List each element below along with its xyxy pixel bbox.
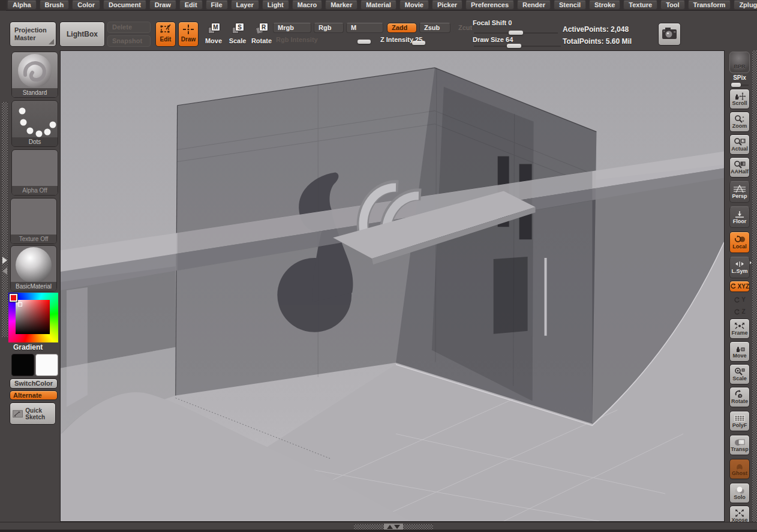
ghost-icon bbox=[734, 462, 746, 470]
edit-label: Edit bbox=[156, 36, 175, 43]
rgb-intensity-slider[interactable] bbox=[358, 40, 371, 44]
menu-draw[interactable]: Draw bbox=[149, 1, 176, 10]
draw-button[interactable]: Draw bbox=[178, 22, 199, 47]
scroll-button[interactable]: Scroll bbox=[729, 89, 750, 109]
aahalf-icon bbox=[734, 161, 746, 169]
menu-color[interactable]: Color bbox=[72, 1, 100, 10]
main-color-swatch[interactable] bbox=[11, 354, 34, 376]
texture-thumbnail[interactable]: Texture Off bbox=[10, 198, 57, 244]
menu-layer[interactable]: Layer bbox=[231, 1, 259, 10]
bpr-button[interactable]: BPR bbox=[729, 52, 750, 73]
camera-icon bbox=[660, 25, 679, 43]
menu-tool[interactable]: Tool bbox=[660, 1, 684, 10]
menu-preferences[interactable]: Preferences bbox=[465, 1, 514, 10]
floor-button[interactable]: Floor bbox=[729, 206, 750, 228]
menu-stroke[interactable]: Stroke bbox=[589, 1, 620, 10]
menu-stencil[interactable]: Stencil bbox=[554, 1, 586, 10]
transp-icon bbox=[734, 438, 746, 446]
menu-picker[interactable]: Picker bbox=[432, 1, 462, 10]
rotate-shelf-button[interactable]: Rotate bbox=[729, 387, 750, 407]
texture-name-label: Texture Off bbox=[11, 235, 56, 244]
tray-arrow-right-icon[interactable] bbox=[2, 257, 7, 264]
sculpt-scene bbox=[61, 51, 724, 521]
spix-label-row: SPix bbox=[729, 74, 750, 82]
zsub-button[interactable]: Zsub bbox=[419, 23, 450, 33]
ghost-button[interactable]: Ghost bbox=[729, 459, 750, 479]
scale-shelf-button[interactable]: Scale bbox=[729, 364, 750, 384]
corner-fold-icon bbox=[49, 39, 54, 44]
menu-file[interactable]: File bbox=[206, 1, 228, 10]
lightbox-button[interactable]: LightBox bbox=[59, 22, 105, 47]
local-button[interactable]: Local bbox=[729, 232, 750, 253]
aahalf-label: AAHalf bbox=[731, 169, 749, 175]
bottom-tray-handle-right[interactable] bbox=[403, 524, 433, 530]
menu-marker[interactable]: Marker bbox=[325, 1, 358, 10]
zoom-button[interactable]: Zoom bbox=[729, 112, 750, 132]
move-shelf-button[interactable]: Move bbox=[729, 341, 750, 362]
dots-stroke-icon bbox=[12, 101, 58, 137]
local-pivot-icon bbox=[734, 235, 746, 244]
actual-button[interactable]: Actual bbox=[729, 134, 750, 155]
menu-transform[interactable]: Transform bbox=[688, 1, 731, 10]
focal-shift-slider[interactable] bbox=[509, 31, 523, 35]
document-viewport[interactable] bbox=[60, 50, 725, 522]
stroke-name-label: Dots bbox=[12, 137, 58, 146]
menu-edit[interactable]: Edit bbox=[179, 1, 203, 10]
frame-icon bbox=[734, 322, 746, 330]
rotate-y-button[interactable]: Y bbox=[729, 294, 750, 305]
menu-macro[interactable]: Macro bbox=[292, 1, 322, 10]
current-brush-thumbnail[interactable]: Standard bbox=[11, 52, 58, 98]
aahalf-button[interactable]: AAHalf bbox=[729, 157, 750, 178]
z-intensity-slider[interactable] bbox=[412, 41, 425, 45]
menu-alpha[interactable]: Alpha bbox=[7, 1, 37, 10]
tray-arrow-left-icon[interactable] bbox=[2, 267, 7, 275]
focal-shift-value: 0 bbox=[508, 19, 512, 26]
spix-slider[interactable] bbox=[731, 83, 741, 87]
menu-material[interactable]: Material bbox=[361, 1, 396, 10]
rotate-z-button[interactable]: Z bbox=[729, 306, 750, 317]
menu-zplugin[interactable]: Zplugin bbox=[734, 1, 757, 10]
rgb-button[interactable]: Rgb bbox=[314, 23, 344, 33]
projection-master-button[interactable]: Projection Master bbox=[10, 22, 56, 47]
frame-button[interactable]: Frame bbox=[729, 318, 750, 339]
menu-render[interactable]: Render bbox=[517, 1, 551, 10]
quick-sketch-button[interactable]: Quick Sketch bbox=[10, 402, 56, 425]
right-tray-handle[interactable] bbox=[752, 50, 757, 522]
bpr-label: BPR bbox=[734, 64, 745, 70]
bottom-tray-handle-left[interactable] bbox=[354, 524, 384, 530]
menu-brush[interactable]: Brush bbox=[40, 1, 70, 10]
move-shelf-label: Move bbox=[732, 353, 746, 359]
stroke-type-thumbnail[interactable]: Dots bbox=[11, 100, 58, 147]
scale-button[interactable]: S Scale bbox=[226, 23, 249, 47]
rotate-xyz-button[interactable]: XYZ bbox=[729, 281, 750, 292]
move-button[interactable]: M Move bbox=[202, 23, 225, 47]
material-thumbnail[interactable]: BasicMaterial bbox=[10, 245, 57, 291]
transp-button[interactable]: Transp bbox=[729, 435, 750, 455]
actual-size-icon bbox=[734, 138, 746, 146]
lsym-icon bbox=[734, 261, 746, 268]
mrgb-button[interactable]: Mrgb bbox=[273, 23, 311, 33]
alpha-name-label: Alpha Off bbox=[12, 186, 58, 195]
solo-button[interactable]: Solo bbox=[729, 483, 750, 503]
alternate-button[interactable]: Alternate bbox=[10, 390, 58, 400]
secondary-color-swatch[interactable] bbox=[35, 354, 58, 376]
edit-button[interactable]: Edit bbox=[155, 22, 176, 47]
window-bottom-edge bbox=[0, 530, 757, 532]
menu-movie[interactable]: Movie bbox=[399, 1, 429, 10]
alpha-thumbnail[interactable]: Alpha Off bbox=[11, 149, 58, 196]
menu-document[interactable]: Document bbox=[103, 1, 146, 10]
polyf-button[interactable]: PolyF bbox=[729, 411, 750, 431]
menu-texture[interactable]: Texture bbox=[623, 1, 657, 10]
rotate-z-label: Z bbox=[741, 309, 745, 315]
left-tray-handle[interactable] bbox=[2, 102, 8, 337]
lsym-button[interactable]: L.Sym bbox=[729, 257, 750, 278]
menu-light[interactable]: Light bbox=[262, 1, 289, 10]
m-button[interactable]: M bbox=[346, 23, 383, 33]
rotate-button[interactable]: R Rotate bbox=[250, 23, 274, 47]
zadd-button[interactable]: Zadd bbox=[387, 23, 417, 33]
color-picker[interactable] bbox=[8, 293, 58, 342]
draw-size-slider[interactable] bbox=[507, 44, 521, 48]
switch-color-button[interactable]: SwitchColor bbox=[10, 378, 58, 389]
grab-document-button[interactable] bbox=[658, 23, 681, 46]
persp-button[interactable]: Persp bbox=[729, 181, 750, 203]
